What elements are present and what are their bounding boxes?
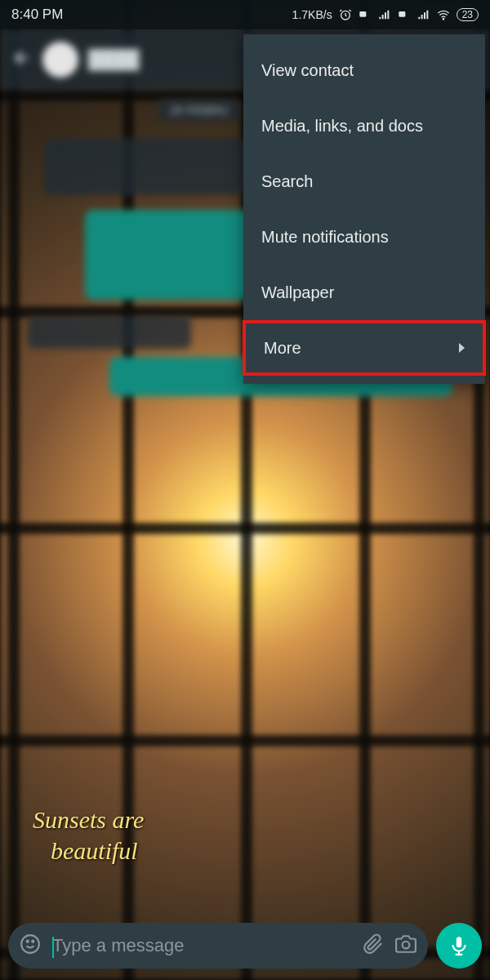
svg-point-5 (27, 941, 29, 942)
alarm-icon (339, 8, 352, 21)
svg-rect-2 (399, 11, 405, 17)
message-bubble-outgoing[interactable] (85, 210, 256, 300)
menu-item-label: Media, links, and docs (261, 117, 423, 136)
status-bar: 8:40 PM 1.7KB/s 23 (0, 0, 490, 29)
menu-item-label: Search (261, 172, 313, 191)
menu-item-label: Mute notifications (261, 228, 389, 247)
menu-item-label: View contact (261, 61, 354, 80)
svg-point-7 (403, 942, 410, 949)
volte-icon-2 (398, 8, 411, 21)
message-input[interactable]: Type a message (52, 935, 351, 956)
battery-pill: 23 (457, 8, 479, 21)
wifi-icon (437, 8, 450, 21)
menu-media-links-docs[interactable]: Media, links, and docs (243, 98, 485, 154)
text-cursor (52, 937, 54, 958)
svg-point-6 (32, 941, 33, 942)
net-speed: 1.7KB/s (292, 8, 332, 21)
wallpaper-caption: Sunsets are beautiful (33, 804, 144, 866)
encryption-notice (44, 138, 265, 195)
message-input-box[interactable]: Type a message (8, 923, 428, 969)
chevron-right-icon (459, 343, 465, 353)
menu-item-label: Wallpaper (261, 283, 334, 302)
volte-icon-1 (359, 8, 372, 21)
camera-icon[interactable] (395, 933, 416, 958)
date-separator: 20 FEBRU (158, 98, 240, 122)
contact-name[interactable]: ████ (88, 49, 139, 70)
svg-point-3 (443, 19, 443, 20)
menu-wallpaper[interactable]: Wallpaper (243, 265, 485, 320)
emoji-icon[interactable] (20, 933, 41, 958)
menu-mute-notifications[interactable]: Mute notifications (243, 209, 485, 265)
back-icon[interactable] (11, 47, 33, 72)
svg-rect-1 (359, 11, 366, 17)
signal-icon-2 (417, 8, 430, 21)
message-bubble-incoming[interactable] (28, 316, 191, 349)
attach-icon[interactable] (363, 933, 384, 958)
svg-point-4 (21, 935, 39, 953)
overflow-menu: View contact Media, links, and docs Sear… (243, 34, 485, 384)
menu-view-contact[interactable]: View contact (243, 42, 485, 98)
menu-more[interactable]: More (243, 320, 486, 376)
status-time: 8:40 PM (11, 7, 63, 23)
menu-search[interactable]: Search (243, 154, 485, 209)
signal-icon-1 (378, 8, 391, 21)
voice-message-button[interactable] (436, 923, 482, 969)
menu-item-label: More (264, 339, 301, 358)
message-input-bar: Type a message (8, 923, 482, 969)
contact-avatar[interactable] (42, 42, 78, 78)
